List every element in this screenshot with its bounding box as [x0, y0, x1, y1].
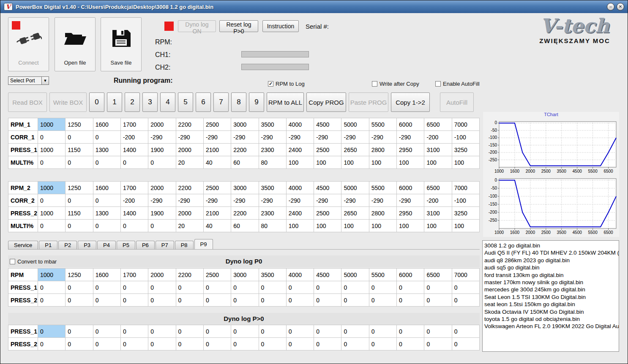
grid-cell[interactable]: 0: [452, 294, 479, 307]
grid-cell[interactable]: 0: [93, 294, 120, 307]
grid-cell[interactable]: 1250: [66, 269, 93, 281]
grid-cell[interactable]: 6000: [397, 182, 424, 194]
grid-cell[interactable]: 100: [341, 156, 369, 169]
grid-cell[interactable]: 2000: [176, 144, 203, 156]
grid-cell[interactable]: 0: [397, 294, 424, 307]
grid-cell[interactable]: 0: [120, 156, 148, 169]
grid-cell[interactable]: 2000: [176, 207, 203, 220]
grid-cell[interactable]: 0: [424, 338, 452, 350]
tab-p3[interactable]: P3: [78, 241, 96, 249]
grid-cell[interactable]: -290: [176, 194, 203, 207]
grid-cell[interactable]: 2800: [369, 144, 396, 156]
grid-cell[interactable]: 0: [148, 338, 176, 350]
tab-p8[interactable]: P8: [175, 241, 194, 249]
grid-cell[interactable]: 2200: [176, 118, 203, 131]
grid-cell[interactable]: 1000: [38, 207, 66, 220]
grid-cell[interactable]: 0: [38, 294, 66, 307]
grid-cell[interactable]: 2000: [148, 182, 176, 194]
grid-cell[interactable]: 0: [66, 338, 93, 350]
grid-cell[interactable]: 0: [148, 281, 176, 294]
grid-cell[interactable]: 0: [66, 281, 93, 294]
grid-cell[interactable]: 0: [259, 281, 286, 294]
grid-cell[interactable]: 0: [231, 338, 259, 350]
grid-cell[interactable]: 1250: [66, 118, 93, 131]
grid-cell[interactable]: 0: [176, 294, 203, 307]
tab-p4[interactable]: P4: [97, 241, 116, 249]
digit-button-1[interactable]: 1: [107, 92, 122, 112]
grid-cell[interactable]: 0: [38, 194, 66, 207]
grid-cell[interactable]: 0: [120, 294, 148, 307]
grid-cell[interactable]: 0: [148, 325, 176, 338]
grid-cell[interactable]: 0: [176, 338, 203, 350]
grid-cell[interactable]: 2500: [203, 118, 231, 131]
grid-cell[interactable]: 0: [397, 281, 424, 294]
grid-cell[interactable]: 100: [314, 220, 341, 232]
chevron-down-icon[interactable]: ▼: [41, 77, 49, 84]
grid-cell[interactable]: 1700: [120, 182, 148, 194]
grid-cell[interactable]: 0: [66, 220, 93, 232]
open-file-button[interactable]: Open file: [55, 17, 96, 71]
file-list-item[interactable]: toyota 1.5 go digital od obciążenia.bin: [484, 315, 617, 323]
digit-button-7[interactable]: 7: [213, 92, 229, 112]
grid-cell[interactable]: -290: [286, 131, 314, 144]
grid-cell[interactable]: 0: [286, 338, 314, 350]
grid-cell[interactable]: 0: [286, 325, 314, 338]
grid-cell[interactable]: 5500: [369, 118, 396, 131]
grid-cell[interactable]: 2300: [259, 207, 286, 220]
grid-cell[interactable]: -290: [259, 194, 286, 207]
grid-cell[interactable]: -200: [424, 194, 452, 207]
grid-cell[interactable]: -100: [452, 131, 479, 144]
grid-cell[interactable]: 0: [259, 294, 286, 307]
grid-cell[interactable]: -290: [176, 131, 203, 144]
file-list-item[interactable]: ford transit 130km go digital.bin: [484, 272, 617, 279]
file-list-item[interactable]: master 170km nowy silnik go digital.bin: [484, 279, 617, 286]
grid-cell[interactable]: 1150: [66, 144, 93, 156]
grid-cell[interactable]: 100: [424, 220, 452, 232]
grid-cell[interactable]: 0: [93, 156, 120, 169]
grid-cell[interactable]: 100: [314, 156, 341, 169]
grid-cell[interactable]: 5500: [369, 182, 396, 194]
tab-p5[interactable]: P5: [117, 241, 135, 249]
grid-cell[interactable]: 1000: [38, 118, 66, 131]
grid-cell[interactable]: 2400: [286, 207, 314, 220]
grid-cell[interactable]: 0: [176, 325, 203, 338]
grid-cell[interactable]: 4000: [286, 182, 314, 194]
grid-cell[interactable]: -200: [120, 194, 148, 207]
grid-cell[interactable]: 2500: [314, 144, 341, 156]
grid-cell[interactable]: 4500: [314, 118, 341, 131]
grid-cell[interactable]: 0: [38, 325, 66, 338]
grid-cell[interactable]: -290: [369, 194, 396, 207]
grid-cell[interactable]: 2950: [397, 144, 424, 156]
grid-cell[interactable]: 0: [231, 281, 259, 294]
grid-cell[interactable]: -290: [314, 131, 341, 144]
grid-cell[interactable]: 0: [93, 220, 120, 232]
grid-cell[interactable]: 3000: [231, 182, 259, 194]
rpm-to-log-checkbox[interactable]: RPM to Log: [268, 81, 305, 87]
grid-cell[interactable]: 0: [66, 294, 93, 307]
grid-cell[interactable]: 0: [259, 338, 286, 350]
grid-cell[interactable]: 80: [259, 156, 286, 169]
grid-cell[interactable]: 7000: [452, 182, 479, 194]
grid-cell[interactable]: 0: [38, 281, 66, 294]
grid-cell[interactable]: 4500: [314, 182, 341, 194]
grid-cell[interactable]: 2100: [203, 207, 231, 220]
grid-cell[interactable]: 0: [66, 156, 93, 169]
grid-cell[interactable]: 5000: [341, 118, 369, 131]
grid-cell[interactable]: 7000: [452, 269, 479, 281]
grid-cell[interactable]: -100: [452, 194, 479, 207]
grid-cell[interactable]: -290: [369, 131, 396, 144]
grid-cell[interactable]: -290: [259, 131, 286, 144]
grid-cell[interactable]: -290: [148, 194, 176, 207]
grid-cell[interactable]: -290: [341, 131, 369, 144]
grid-cell[interactable]: -200: [424, 131, 452, 144]
grid-cell[interactable]: 0: [148, 220, 176, 232]
save-file-button[interactable]: Save file: [101, 17, 142, 71]
grid-cell[interactable]: 20: [176, 156, 203, 169]
grid-cell[interactable]: 4000: [286, 118, 314, 131]
grid-cell[interactable]: 6500: [424, 269, 452, 281]
grid-cell[interactable]: 0: [120, 338, 148, 350]
grid-cell[interactable]: 40: [203, 220, 231, 232]
grid-cell[interactable]: 0: [424, 294, 452, 307]
digit-button-6[interactable]: 6: [196, 92, 211, 112]
grid-cell[interactable]: 0: [452, 338, 479, 350]
